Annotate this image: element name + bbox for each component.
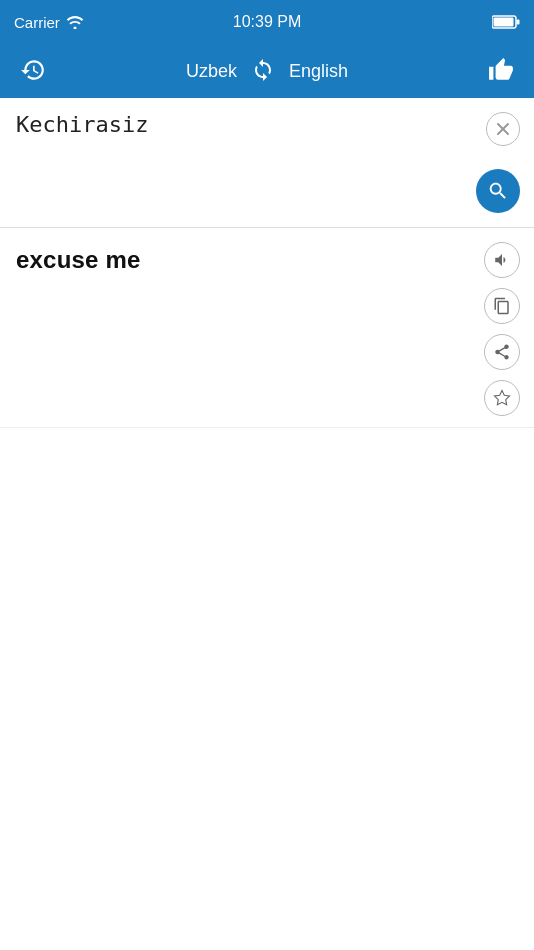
- swap-icon: [251, 58, 275, 82]
- translate-button[interactable]: [476, 169, 520, 213]
- copy-icon: [493, 297, 511, 315]
- output-section: excuse me: [0, 228, 534, 428]
- source-language[interactable]: Uzbek: [186, 61, 237, 82]
- source-text-input[interactable]: [16, 112, 468, 172]
- thumbs-up-button[interactable]: [484, 53, 518, 90]
- speaker-button[interactable]: [484, 242, 520, 278]
- svg-rect-2: [494, 18, 514, 27]
- target-language[interactable]: English: [289, 61, 348, 82]
- svg-point-0: [73, 27, 76, 30]
- status-bar-time: 10:39 PM: [233, 13, 301, 31]
- carrier-label: Carrier: [14, 14, 60, 31]
- speaker-icon: [493, 251, 511, 269]
- history-button[interactable]: [16, 53, 50, 90]
- battery-icon: [492, 15, 520, 29]
- share-button[interactable]: [484, 334, 520, 370]
- status-bar-left: Carrier: [14, 14, 84, 31]
- svg-rect-3: [517, 20, 520, 25]
- favorite-button[interactable]: [484, 380, 520, 416]
- star-icon: [493, 389, 511, 407]
- thumbs-up-icon: [488, 57, 514, 83]
- status-bar: Carrier 10:39 PM: [0, 0, 534, 44]
- history-icon: [20, 57, 46, 83]
- wifi-icon: [66, 15, 84, 29]
- input-section: [0, 98, 534, 228]
- close-icon: [496, 122, 510, 136]
- status-bar-right: [492, 15, 520, 29]
- translated-text: excuse me: [16, 246, 468, 274]
- search-icon: [487, 180, 509, 202]
- language-selector: Uzbek English: [50, 54, 484, 89]
- nav-bar: Uzbek English: [0, 44, 534, 98]
- share-icon: [493, 343, 511, 361]
- copy-button[interactable]: [484, 288, 520, 324]
- swap-languages-button[interactable]: [247, 54, 279, 89]
- action-buttons: [484, 242, 520, 416]
- clear-button[interactable]: [486, 112, 520, 146]
